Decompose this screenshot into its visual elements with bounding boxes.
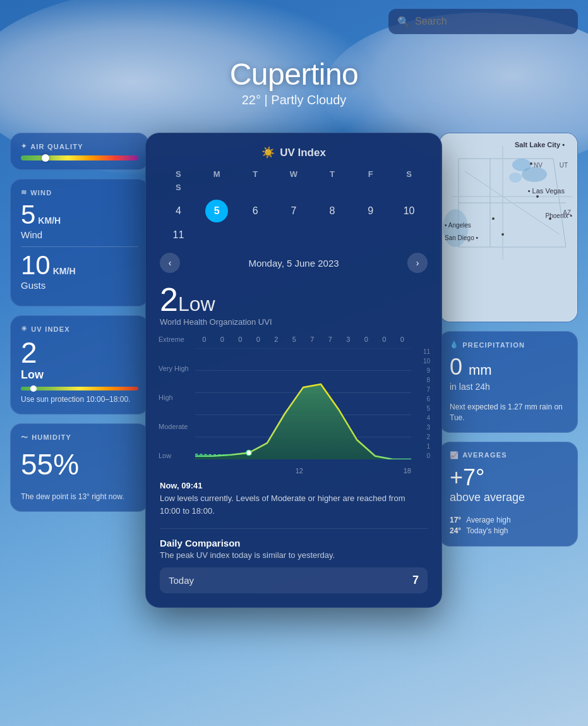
uv-desc-time: Now, 09:41	[160, 481, 428, 490]
daily-comparison: Daily Comparison The peak UV index today…	[160, 528, 428, 593]
air-quality-widget: ✦ AIR QUALITY	[10, 133, 149, 170]
uv-modal-level: Low	[178, 293, 215, 315]
uv-value: 2	[21, 338, 138, 367]
daily-comp-day: Today	[169, 575, 194, 586]
cal-day-t2: T	[313, 168, 351, 180]
uv-chart-y-labels: Extreme Very High High Moderate Low	[157, 336, 195, 459]
cal-cell-8[interactable]: 8	[321, 200, 344, 222]
uv-who-label: World Health Organization UVI	[160, 317, 428, 327]
averages-label: 📈 AVERAGES	[450, 451, 567, 459]
cal-cell-4[interactable]: 4	[167, 200, 189, 222]
averages-widget: 📈 AVERAGES +7° above average 17° Average…	[439, 442, 578, 547]
search-icon: 🔍	[397, 16, 410, 28]
cal-prev-button[interactable]: ‹	[160, 253, 180, 273]
cal-day-s2: S	[390, 168, 428, 180]
averages-icon: 📈	[450, 451, 459, 459]
wind-label: ≋ WIND	[21, 188, 138, 197]
map-label-nv: NV	[534, 162, 543, 169]
uv-icon: ☀	[21, 325, 28, 333]
uv-modal-value: 2	[160, 281, 178, 318]
daily-comp-row: Today 7	[160, 567, 428, 593]
uv-chart-svg	[195, 348, 411, 459]
uv-index-label: ☀ UV INDEX	[21, 325, 138, 333]
svg-point-16	[246, 451, 251, 456]
cal-day-t1: T	[237, 168, 274, 180]
avg-high-value: 17°	[450, 516, 461, 524]
map-label-sandiego: San Diego •	[445, 234, 478, 241]
cal-date-label: Monday, 5 June 2023	[248, 258, 339, 269]
uv-chart-right-labels: 11 10 9 8 7 6 5 4 3 2 1 0	[412, 348, 430, 459]
city-header: Cupertino 22° | Partly Cloudy	[0, 57, 588, 107]
today-high-label: Today's high	[466, 526, 508, 535]
precipitation-value: 0 mm	[450, 354, 567, 380]
wind-widget: ≋ WIND 5 KM/H Wind 10 KM/H Gus	[10, 179, 149, 306]
humidity-note: The dew point is 13° right now.	[21, 492, 138, 502]
cal-day-w: W	[275, 168, 313, 180]
uv-bar	[21, 387, 138, 390]
humidity-value: 55%	[21, 447, 138, 481]
avg-high-label: Average high	[466, 516, 511, 524]
city-temp: 22°	[242, 93, 261, 107]
cal-day-s1: S	[160, 168, 197, 180]
map-label-slc: Salt Lake City •	[515, 141, 565, 148]
precipitation-label: 💧 PRECIPITATION	[450, 341, 567, 349]
search-bar[interactable]: 🔍	[388, 9, 578, 34]
uv-level: Low	[21, 368, 138, 382]
left-column: ✦ AIR QUALITY ≋ WIND 5 KM/H Wind	[10, 133, 149, 547]
gust-value: 10	[21, 252, 51, 279]
averages-rows: 17° Average high 24° Today's high	[450, 516, 567, 535]
map-inner: Salt Lake City • NV UT • Las Vegas AZ • …	[440, 133, 577, 322]
wind-divider	[21, 246, 138, 247]
humidity-icon: 〜	[21, 433, 28, 442]
uv-desc-text: Low levels currently. Levels of Moderate…	[160, 492, 428, 517]
daily-comp-value: 7	[412, 574, 419, 587]
air-quality-label: ✦ AIR QUALITY	[21, 142, 138, 150]
uv-index-widget: ☀ UV INDEX 2 Low Use sun protection 10:0…	[10, 315, 149, 414]
calendar-nav: ‹ Monday, 5 June 2023 ›	[160, 253, 428, 273]
svg-point-4	[509, 172, 522, 183]
city-separator: |	[265, 93, 268, 107]
uv-note: Use sun protection 10:00–18:00.	[21, 394, 138, 405]
map-label-lv: • Las Vegas	[528, 187, 565, 195]
averages-sub: above average	[450, 491, 567, 504]
cal-cell-7[interactable]: 7	[282, 200, 305, 222]
cal-next-button[interactable]: ›	[407, 253, 428, 273]
precipitation-note: Next expected is 1.27 mm rain on Tue.	[450, 402, 567, 423]
precipitation-icon: 💧	[450, 341, 459, 349]
gust-desc: Gusts	[21, 280, 138, 291]
cal-cell-11[interactable]: 11	[167, 224, 189, 246]
precipitation-sub: in last 24h	[450, 382, 567, 392]
map-label-ut: UT	[560, 162, 568, 169]
wind-icon: ≋	[21, 188, 27, 197]
humidity-widget: 〜 HUMIDITY 55% The dew point is 13° righ…	[10, 423, 149, 512]
cal-cell-9[interactable]: 9	[359, 200, 382, 222]
svg-point-5	[530, 162, 532, 165]
calendar-days[interactable]: 4 5 6 7 8 9 10 11	[160, 200, 428, 246]
cal-day-m: M	[198, 168, 236, 180]
today-high-row: 24° Today's high	[450, 526, 567, 535]
air-quality-icon: ✦	[21, 142, 27, 150]
cal-cell-6[interactable]: 6	[244, 200, 267, 222]
cal-cell-5[interactable]: 5	[205, 200, 228, 222]
cal-cell-10[interactable]: 10	[398, 200, 421, 222]
air-quality-indicator	[42, 154, 49, 162]
map-label-phoenix: Phoenix •	[546, 212, 572, 219]
city-name: Cupertino	[0, 57, 588, 92]
uv-chart-top-values: 000025773000	[195, 336, 411, 343]
today-high-value: 24°	[450, 526, 461, 535]
search-input[interactable]	[415, 16, 569, 27]
avg-high-row: 17° Average high	[450, 516, 567, 524]
city-condition: Partly Cloudy	[271, 93, 346, 107]
uv-indicator	[30, 385, 37, 392]
wind-speed-row: 5 KM/H Wind	[21, 202, 138, 240]
uv-modal: ☀️ UV Index S M T W T F S S 4 5 6 7 8 9 …	[145, 133, 442, 608]
svg-point-7	[492, 217, 495, 220]
city-conditions: 22° | Partly Cloudy	[0, 93, 588, 107]
daily-comp-text: The peak UV index today is similar to ye…	[160, 550, 428, 560]
uv-modal-header: ☀️ UV Index	[160, 146, 428, 159]
calendar-header: S M T W T F S S	[160, 168, 428, 193]
uv-chart-container: 000025773000 Extreme Very High High Mode…	[157, 336, 430, 475]
wind-speed-unit: KM/H	[38, 215, 61, 226]
air-quality-bar	[21, 155, 138, 160]
svg-point-6	[536, 195, 539, 198]
